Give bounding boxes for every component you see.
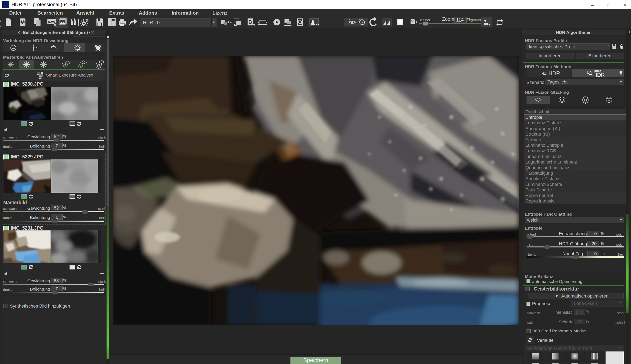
svg-text:RAW: RAW	[48, 20, 56, 24]
svg-text:B: B	[248, 19, 252, 25]
